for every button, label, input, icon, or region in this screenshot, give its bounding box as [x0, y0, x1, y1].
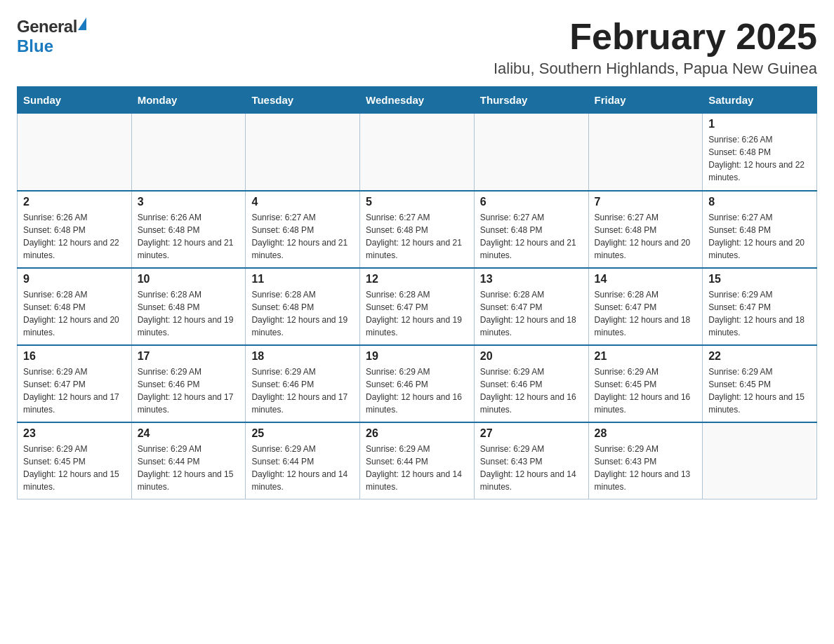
calendar-cell — [588, 114, 703, 191]
calendar-cell: 10Sunrise: 6:28 AMSunset: 6:48 PMDayligh… — [131, 268, 246, 345]
calendar-cell: 9Sunrise: 6:28 AMSunset: 6:48 PMDaylight… — [18, 268, 132, 345]
calendar-cell: 20Sunrise: 6:29 AMSunset: 6:46 PMDayligh… — [474, 345, 588, 422]
day-number: 8 — [708, 196, 811, 208]
calendar-cell: 4Sunrise: 6:27 AMSunset: 6:48 PMDaylight… — [246, 191, 360, 268]
day-number: 25 — [251, 427, 354, 440]
day-number: 20 — [480, 350, 583, 363]
day-info: Sunrise: 6:27 AMSunset: 6:48 PMDaylight:… — [251, 211, 354, 262]
day-number: 23 — [23, 427, 126, 440]
week-row-2: 2Sunrise: 6:26 AMSunset: 6:48 PMDaylight… — [18, 191, 817, 268]
calendar-cell — [360, 114, 475, 191]
day-info: Sunrise: 6:26 AMSunset: 6:48 PMDaylight:… — [708, 133, 811, 184]
day-number: 27 — [480, 427, 583, 440]
day-info: Sunrise: 6:29 AMSunset: 6:44 PMDaylight:… — [366, 443, 468, 493]
calendar-cell: 21Sunrise: 6:29 AMSunset: 6:45 PMDayligh… — [588, 345, 703, 422]
day-info: Sunrise: 6:27 AMSunset: 6:48 PMDaylight:… — [366, 211, 468, 262]
day-number: 13 — [480, 273, 583, 286]
day-header-saturday: Saturday — [703, 87, 817, 114]
calendar-cell: 26Sunrise: 6:29 AMSunset: 6:44 PMDayligh… — [360, 422, 475, 499]
day-header-monday: Monday — [131, 87, 246, 114]
day-info: Sunrise: 6:29 AMSunset: 6:46 PMDaylight:… — [138, 365, 240, 416]
day-number: 10 — [138, 273, 240, 286]
day-number: 3 — [138, 196, 240, 208]
calendar-cell — [246, 114, 360, 191]
calendar-cell: 19Sunrise: 6:29 AMSunset: 6:46 PMDayligh… — [360, 345, 475, 422]
day-header-tuesday: Tuesday — [246, 87, 360, 114]
calendar-cell: 8Sunrise: 6:27 AMSunset: 6:48 PMDaylight… — [703, 191, 817, 268]
day-number: 5 — [366, 196, 468, 208]
calendar-cell — [703, 422, 817, 499]
calendar-cell: 16Sunrise: 6:29 AMSunset: 6:47 PMDayligh… — [18, 345, 132, 422]
week-row-5: 23Sunrise: 6:29 AMSunset: 6:45 PMDayligh… — [18, 422, 817, 499]
day-number: 1 — [708, 118, 811, 130]
day-number: 12 — [366, 273, 468, 286]
day-number: 24 — [138, 427, 240, 440]
logo-general-text: General — [17, 17, 77, 36]
calendar-cell: 1Sunrise: 6:26 AMSunset: 6:48 PMDaylight… — [703, 114, 817, 191]
day-info: Sunrise: 6:29 AMSunset: 6:44 PMDaylight:… — [138, 443, 240, 493]
calendar-table: SundayMondayTuesdayWednesdayThursdayFrid… — [17, 86, 817, 499]
calendar-cell: 14Sunrise: 6:28 AMSunset: 6:47 PMDayligh… — [588, 268, 703, 345]
day-info: Sunrise: 6:29 AMSunset: 6:46 PMDaylight:… — [366, 365, 468, 416]
calendar-cell — [18, 114, 132, 191]
calendar-cell: 12Sunrise: 6:28 AMSunset: 6:47 PMDayligh… — [360, 268, 475, 345]
day-info: Sunrise: 6:29 AMSunset: 6:43 PMDaylight:… — [595, 443, 697, 493]
day-info: Sunrise: 6:28 AMSunset: 6:48 PMDaylight:… — [23, 288, 126, 339]
day-number: 16 — [23, 350, 126, 363]
day-info: Sunrise: 6:29 AMSunset: 6:47 PMDaylight:… — [23, 365, 126, 416]
day-info: Sunrise: 6:29 AMSunset: 6:45 PMDaylight:… — [595, 365, 697, 416]
calendar-cell: 6Sunrise: 6:27 AMSunset: 6:48 PMDaylight… — [474, 191, 588, 268]
day-number: 26 — [366, 427, 468, 440]
page-header: General Blue February 2025 Ialibu, South… — [17, 17, 817, 78]
calendar-cell: 5Sunrise: 6:27 AMSunset: 6:48 PMDaylight… — [360, 191, 475, 268]
calendar-cell: 27Sunrise: 6:29 AMSunset: 6:43 PMDayligh… — [474, 422, 588, 499]
calendar-cell: 18Sunrise: 6:29 AMSunset: 6:46 PMDayligh… — [246, 345, 360, 422]
day-info: Sunrise: 6:29 AMSunset: 6:46 PMDaylight:… — [251, 365, 354, 416]
day-info: Sunrise: 6:28 AMSunset: 6:48 PMDaylight:… — [138, 288, 240, 339]
day-number: 7 — [595, 196, 697, 208]
day-info: Sunrise: 6:29 AMSunset: 6:45 PMDaylight:… — [23, 443, 126, 493]
day-number: 11 — [251, 273, 354, 286]
day-info: Sunrise: 6:29 AMSunset: 6:45 PMDaylight:… — [708, 365, 811, 416]
day-info: Sunrise: 6:27 AMSunset: 6:48 PMDaylight:… — [480, 211, 583, 262]
day-header-thursday: Thursday — [474, 87, 588, 114]
day-number: 15 — [708, 273, 811, 286]
calendar-cell: 23Sunrise: 6:29 AMSunset: 6:45 PMDayligh… — [18, 422, 132, 499]
logo-blue-text: Blue — [17, 36, 53, 55]
logo-arrow-icon — [78, 18, 86, 30]
day-info: Sunrise: 6:28 AMSunset: 6:47 PMDaylight:… — [366, 288, 468, 339]
calendar-cell — [474, 114, 588, 191]
day-number: 14 — [595, 273, 697, 286]
calendar-cell: 22Sunrise: 6:29 AMSunset: 6:45 PMDayligh… — [703, 345, 817, 422]
day-info: Sunrise: 6:29 AMSunset: 6:44 PMDaylight:… — [251, 443, 354, 493]
calendar-cell: 13Sunrise: 6:28 AMSunset: 6:47 PMDayligh… — [474, 268, 588, 345]
logo: General Blue — [17, 17, 86, 56]
day-info: Sunrise: 6:26 AMSunset: 6:48 PMDaylight:… — [138, 211, 240, 262]
day-number: 18 — [251, 350, 354, 363]
day-number: 28 — [595, 427, 697, 440]
day-info: Sunrise: 6:29 AMSunset: 6:46 PMDaylight:… — [480, 365, 583, 416]
calendar-cell: 7Sunrise: 6:27 AMSunset: 6:48 PMDaylight… — [588, 191, 703, 268]
calendar-cell: 28Sunrise: 6:29 AMSunset: 6:43 PMDayligh… — [588, 422, 703, 499]
calendar-cell: 2Sunrise: 6:26 AMSunset: 6:48 PMDaylight… — [18, 191, 132, 268]
day-number: 9 — [23, 273, 126, 286]
calendar-cell: 25Sunrise: 6:29 AMSunset: 6:44 PMDayligh… — [246, 422, 360, 499]
day-info: Sunrise: 6:29 AMSunset: 6:43 PMDaylight:… — [480, 443, 583, 493]
week-row-4: 16Sunrise: 6:29 AMSunset: 6:47 PMDayligh… — [18, 345, 817, 422]
location-title: Ialibu, Southern Highlands, Papua New Gu… — [494, 60, 817, 78]
day-number: 19 — [366, 350, 468, 363]
title-section: February 2025 Ialibu, Southern Highlands… — [494, 17, 817, 78]
calendar-cell: 15Sunrise: 6:29 AMSunset: 6:47 PMDayligh… — [703, 268, 817, 345]
day-info: Sunrise: 6:27 AMSunset: 6:48 PMDaylight:… — [708, 211, 811, 262]
day-number: 2 — [23, 196, 126, 208]
day-header-wednesday: Wednesday — [360, 87, 475, 114]
day-header-friday: Friday — [588, 87, 703, 114]
day-info: Sunrise: 6:28 AMSunset: 6:47 PMDaylight:… — [595, 288, 697, 339]
calendar-cell: 17Sunrise: 6:29 AMSunset: 6:46 PMDayligh… — [131, 345, 246, 422]
calendar-cell: 3Sunrise: 6:26 AMSunset: 6:48 PMDaylight… — [131, 191, 246, 268]
day-info: Sunrise: 6:26 AMSunset: 6:48 PMDaylight:… — [23, 211, 126, 262]
week-row-1: 1Sunrise: 6:26 AMSunset: 6:48 PMDaylight… — [18, 114, 817, 191]
calendar-header-row: SundayMondayTuesdayWednesdayThursdayFrid… — [18, 87, 817, 114]
day-info: Sunrise: 6:28 AMSunset: 6:47 PMDaylight:… — [480, 288, 583, 339]
calendar-cell: 11Sunrise: 6:28 AMSunset: 6:48 PMDayligh… — [246, 268, 360, 345]
